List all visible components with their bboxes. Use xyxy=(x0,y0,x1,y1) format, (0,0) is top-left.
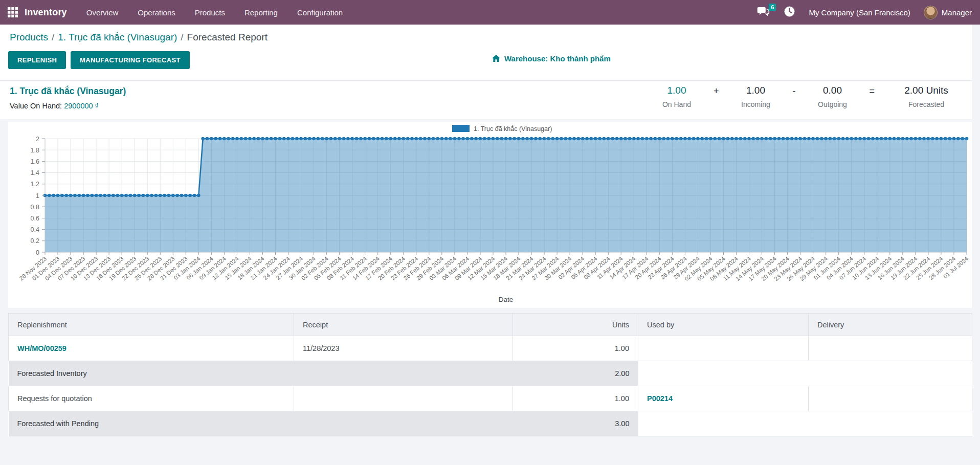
breadcrumb: Products/1. Trục đã khắc (Vinasugar)/For… xyxy=(10,32,268,43)
forecasted-report-page: { "navbar": { "app_name": "Inventory", "… xyxy=(0,0,980,465)
outgoing-value: 0.00 xyxy=(809,85,856,96)
forecast-table: ReplenishmentReceiptUnitsUsed byDelivery… xyxy=(8,313,972,436)
stat-incoming: 1.00 Incoming xyxy=(732,85,779,108)
menu-item-products[interactable]: Products xyxy=(195,8,225,17)
user-name: Manager xyxy=(942,8,972,17)
forecast-chart-card: 00.20.40.60.811.21.41.61.8228 Nov 202301… xyxy=(8,122,972,308)
svg-text:0: 0 xyxy=(36,249,39,256)
breadcrumb-current: Forecasted Report xyxy=(187,32,268,42)
column-header-delivery: Delivery xyxy=(809,314,972,336)
subtotal-row: Forecasted with Pending3.00 xyxy=(9,411,972,436)
main-menu: OverviewOperationsProductsReportingConfi… xyxy=(86,8,343,17)
breadcrumb-product-name[interactable]: 1. Trục đã khắc (Vinasugar) xyxy=(58,32,177,42)
stat-outgoing: 0.00 Outgoing xyxy=(809,85,856,108)
product-title: 1. Trục đã khắc (Vinasugar) xyxy=(10,86,126,97)
action-buttons: REPLENISH MANUFACTURING FORECAST xyxy=(8,51,190,69)
incoming-label: Incoming xyxy=(732,100,779,108)
forecast-chart: 00.20.40.60.811.21.41.61.8228 Nov 202301… xyxy=(8,122,972,308)
manufacturing-forecast-button[interactable]: MANUFACTURING FORECAST xyxy=(71,51,190,69)
column-header-used-by: Used by xyxy=(638,314,809,336)
svg-text:1.2: 1.2 xyxy=(31,181,39,188)
messages-icon[interactable]: 6 xyxy=(757,7,770,18)
subtotal-label: Forecasted Inventory xyxy=(9,361,513,386)
svg-text:1. Trục đã khắc (Vinasugar): 1. Trục đã khắc (Vinasugar) xyxy=(474,125,552,132)
table-header-row: ReplenishmentReceiptUnitsUsed byDelivery xyxy=(9,314,972,336)
svg-text:1.4: 1.4 xyxy=(31,169,39,176)
company-switcher[interactable]: My Company (San Francisco) xyxy=(809,8,910,17)
warehouse-banner: Warehouse: Kho thành phẩm xyxy=(492,54,611,63)
column-header-receipt: Receipt xyxy=(294,314,513,336)
column-header-replenishment: Replenishment xyxy=(9,314,294,336)
home-icon xyxy=(492,55,500,62)
forecast-table-wrap: ReplenishmentReceiptUnitsUsed byDelivery… xyxy=(8,313,972,436)
value-on-hand-label: Value On Hand: xyxy=(10,102,62,110)
chat-bubbles-icon xyxy=(757,7,770,18)
outgoing-label: Outgoing xyxy=(809,100,856,108)
user-menu[interactable]: Manager xyxy=(924,6,972,19)
message-count-badge: 6 xyxy=(769,4,776,11)
svg-text:Date: Date xyxy=(499,296,514,303)
stat-on-hand: 1.00 On Hand xyxy=(653,85,700,108)
grid-icon xyxy=(7,7,18,18)
value-on-hand-amount: 2900000 ₫ xyxy=(64,102,99,110)
forecast-summary: 1.00 On Hand + 1.00 Incoming - 0.00 Outg… xyxy=(653,85,965,108)
svg-text:0.4: 0.4 xyxy=(31,226,39,233)
product-header: 1. Trục đã khắc (Vinasugar) Value On Han… xyxy=(0,81,972,119)
navbar-right: 6 My Company (San Francisco) Manager xyxy=(757,6,972,19)
column-header-units: Units xyxy=(513,314,638,336)
menu-item-configuration[interactable]: Configuration xyxy=(297,8,343,17)
table-row: WH/MO/0025911/28/20231.00 xyxy=(9,336,972,361)
svg-text:0.6: 0.6 xyxy=(31,215,39,222)
warehouse-label: Warehouse: Kho thành phẩm xyxy=(504,54,611,63)
used-by-link[interactable]: P00214 xyxy=(647,394,673,403)
control-panel: Products/1. Trục đã khắc (Vinasugar)/For… xyxy=(0,25,972,81)
value-on-hand: Value On Hand: 2900000 ₫ xyxy=(10,102,99,110)
apps-menu-icon[interactable] xyxy=(6,6,19,19)
menu-item-overview[interactable]: Overview xyxy=(86,8,119,17)
avatar xyxy=(924,6,938,19)
replenishment-link[interactable]: WH/MO/00259 xyxy=(17,344,66,352)
plus-sign: + xyxy=(700,85,732,98)
svg-text:1: 1 xyxy=(36,192,39,200)
breadcrumb-products[interactable]: Products xyxy=(10,32,48,42)
subtotal-row: Forecasted Inventory2.00 xyxy=(9,361,972,386)
svg-text:0.8: 0.8 xyxy=(31,204,39,211)
incoming-value: 1.00 xyxy=(732,85,779,96)
svg-text:0.2: 0.2 xyxy=(31,237,39,245)
minus-sign: - xyxy=(779,85,809,98)
on-hand-value[interactable]: 1.00 xyxy=(653,85,700,96)
replenish-button[interactable]: REPLENISH xyxy=(8,51,66,69)
activities-clock-icon[interactable] xyxy=(784,6,795,19)
equals-sign: = xyxy=(856,85,888,98)
stat-forecasted: 2.00 Units Forecasted xyxy=(888,85,965,108)
forecasted-label: Forecasted xyxy=(888,100,965,108)
svg-text:1.6: 1.6 xyxy=(31,158,39,165)
app-name[interactable]: Inventory xyxy=(25,7,67,18)
svg-text:2: 2 xyxy=(36,136,39,143)
table-body: WH/MO/0025911/28/20231.00Forecasted Inve… xyxy=(9,336,972,436)
table-row: Requests for quotation1.00P00214 xyxy=(9,386,972,411)
subtotal-label: Forecasted with Pending xyxy=(9,411,513,436)
on-hand-label: On Hand xyxy=(653,100,700,108)
svg-text:1.8: 1.8 xyxy=(31,147,39,154)
forecasted-value: 2.00 Units xyxy=(888,85,965,96)
menu-item-operations[interactable]: Operations xyxy=(138,8,175,17)
menu-item-reporting[interactable]: Reporting xyxy=(244,8,278,17)
top-navbar: Inventory OverviewOperationsProductsRepo… xyxy=(0,0,980,25)
